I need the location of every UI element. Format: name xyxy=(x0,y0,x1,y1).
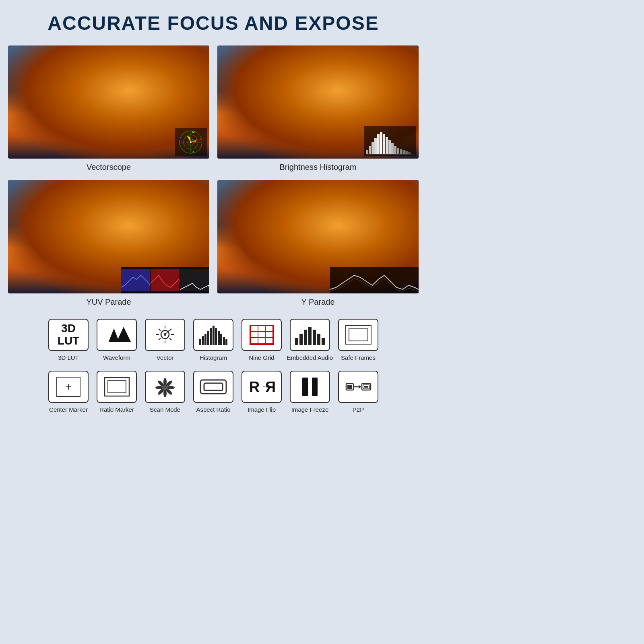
svg-rect-23 xyxy=(391,143,394,154)
svg-point-52 xyxy=(163,378,167,386)
ratio-marker-icon xyxy=(104,377,130,397)
svg-line-45 xyxy=(169,329,171,331)
image-label-y-parade: Y Parade xyxy=(301,297,334,307)
svg-line-43 xyxy=(159,329,161,331)
image-freeze-icon xyxy=(302,377,318,397)
svg-line-44 xyxy=(169,338,171,340)
svg-point-54 xyxy=(167,386,175,389)
svg-rect-33 xyxy=(151,269,180,291)
scan-mode-icon xyxy=(152,376,178,398)
svg-text:R: R xyxy=(265,379,276,395)
feature-label-image-flip: Image Flip xyxy=(248,406,276,413)
image-vectorscope: M R C B xyxy=(8,45,209,159)
image-card-yuv-parade: YUV Parade xyxy=(8,180,209,306)
icon-box-image-flip: R R xyxy=(242,371,282,403)
svg-rect-14 xyxy=(366,150,368,154)
feature-item-image-flip: R R Image Flip xyxy=(237,371,286,413)
svg-rect-15 xyxy=(369,146,371,154)
feature-label-nine-grid: Nine Grid xyxy=(249,354,274,361)
feature-label-scan-mode: Scan Mode xyxy=(150,406,180,413)
feature-item-image-freeze: Image Freeze xyxy=(286,371,334,413)
svg-rect-28 xyxy=(405,151,408,154)
icon-box-center-marker: + xyxy=(48,371,89,403)
icon-box-image-freeze xyxy=(290,371,330,403)
feature-item-aspect-ratio: Aspect Ratio xyxy=(189,371,237,413)
icon-box-waveform xyxy=(97,319,137,351)
icon-box-ratio-marker xyxy=(97,371,137,403)
svg-rect-51 xyxy=(108,381,126,393)
feature-item-3dlut: 3DLUT 3D LUT xyxy=(44,319,93,361)
safe-frames-icon xyxy=(345,325,372,345)
feature-item-nine-grid: Nine Grid xyxy=(237,319,286,361)
svg-rect-35 xyxy=(330,267,419,293)
svg-rect-26 xyxy=(400,149,402,154)
image-label-vectorscope: Vectorscope xyxy=(87,163,131,172)
icon-box-embedded-audio xyxy=(290,319,330,351)
svg-rect-24 xyxy=(394,146,396,154)
icon-box-vector xyxy=(145,319,185,351)
svg-marker-36 xyxy=(109,328,119,342)
svg-rect-25 xyxy=(397,148,399,154)
feature-label-center-marker: Center Marker xyxy=(49,406,88,413)
svg-rect-75 xyxy=(364,386,368,388)
aspect-ratio-icon xyxy=(199,377,227,397)
feature-label-p2p: P2P xyxy=(353,406,364,413)
svg-line-46 xyxy=(159,338,161,340)
svg-rect-20 xyxy=(383,134,385,154)
feature-item-center-marker: + Center Marker xyxy=(44,371,93,413)
svg-text:M: M xyxy=(192,131,194,133)
svg-rect-29 xyxy=(408,152,411,154)
image-yuv-parade xyxy=(8,180,209,293)
features-row-2: + Center Marker Ratio Marker xyxy=(44,371,382,413)
feature-label-embedded-audio: Embedded Audio xyxy=(287,354,333,361)
svg-point-58 xyxy=(155,386,163,389)
center-marker-icon: + xyxy=(56,377,80,397)
image-grid: M R C B Vectorscope xyxy=(8,45,419,307)
vector-icon xyxy=(151,324,179,346)
image-y-parade xyxy=(217,180,419,293)
svg-rect-21 xyxy=(386,137,388,154)
svg-rect-70 xyxy=(347,385,352,389)
icon-box-p2p xyxy=(338,371,378,403)
image-label-brightness-histogram: Brightness Histogram xyxy=(279,163,356,172)
feature-label-3dlut: 3D LUT xyxy=(58,354,79,361)
feature-item-p2p: P2P xyxy=(334,371,382,413)
feature-item-vector: Vector xyxy=(141,319,189,361)
p2p-icon xyxy=(344,377,372,397)
image-card-y-parade: Y Parade xyxy=(217,180,419,306)
feature-item-waveform: Waveform xyxy=(93,319,141,361)
svg-rect-32 xyxy=(121,269,150,291)
feature-item-ratio-marker: Ratio Marker xyxy=(93,371,141,413)
image-card-vectorscope: M R C B Vectorscope xyxy=(8,45,209,172)
icon-box-scan-mode xyxy=(145,371,185,403)
image-brightness-histogram xyxy=(217,45,419,159)
svg-rect-34 xyxy=(180,269,209,291)
feature-label-safe-frames: Safe Frames xyxy=(341,354,376,361)
svg-text:R: R xyxy=(249,379,260,395)
svg-rect-63 xyxy=(204,383,223,390)
svg-point-12 xyxy=(190,141,192,143)
svg-rect-61 xyxy=(164,390,166,396)
image-card-brightness-histogram: Brightness Histogram xyxy=(217,45,419,172)
svg-text:C: C xyxy=(192,151,194,153)
feature-label-image-freeze: Image Freeze xyxy=(291,406,329,413)
icon-box-3dlut: 3DLUT xyxy=(48,319,89,351)
feature-item-embedded-audio: Embedded Audio xyxy=(286,319,334,361)
svg-rect-16 xyxy=(372,142,374,154)
histogram-icon xyxy=(199,325,227,345)
feature-label-histogram: Histogram xyxy=(200,354,227,361)
image-label-yuv-parade: YUV Parade xyxy=(86,297,131,307)
features-row-1: 3DLUT 3D LUT Waveform xyxy=(44,319,382,361)
svg-rect-18 xyxy=(377,134,380,154)
icon-box-histogram xyxy=(193,319,233,351)
svg-marker-72 xyxy=(359,385,361,389)
svg-marker-37 xyxy=(117,327,131,342)
waveform-icon xyxy=(103,324,131,346)
svg-rect-50 xyxy=(105,378,129,396)
feature-label-waveform: Waveform xyxy=(103,354,130,361)
feature-item-histogram: Histogram xyxy=(189,319,237,361)
icon-box-aspect-ratio xyxy=(193,371,233,403)
page-title: ACCURATE FOCUS AND EXPOSE xyxy=(47,12,379,34)
center-plus-icon: + xyxy=(65,380,72,393)
icon-box-safe-frames xyxy=(338,319,378,351)
